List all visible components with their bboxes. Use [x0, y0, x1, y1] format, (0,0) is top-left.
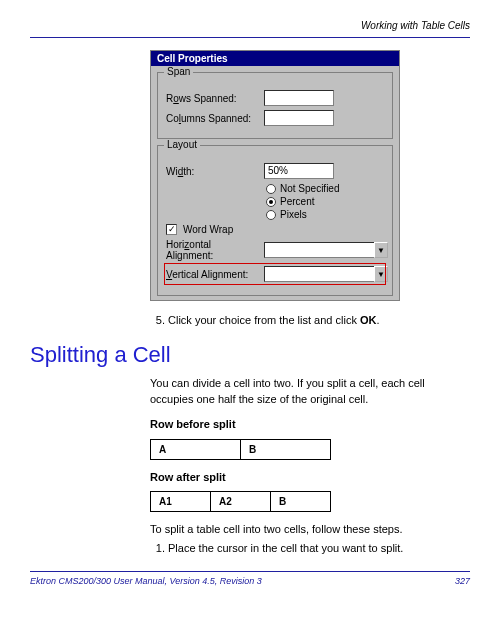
document-page: Working with Table Cells Cell Properties… [0, 0, 500, 601]
cell-properties-dialog: Cell Properties Span Rows Spanned: Colum… [150, 50, 400, 301]
cell-a2: A2 [211, 491, 271, 511]
split-steps: Place the cursor in the cell that you wa… [150, 541, 470, 556]
after-split-table: A1 A2 B [150, 491, 331, 512]
valign-row: Vertical Alignment: ▼ [166, 265, 384, 283]
step-5: Click your choice from the list and clic… [150, 313, 470, 328]
header-divider [30, 37, 470, 38]
span-group-label: Span [164, 66, 193, 77]
splitting-intro: You can divide a cell into two. If you s… [150, 376, 470, 407]
page-footer: Ektron CMS200/300 User Manual, Version 4… [30, 576, 470, 586]
width-unit-radios: Not Specified Percent Pixels [266, 183, 384, 220]
running-header: Working with Table Cells [30, 20, 470, 35]
cols-spanned-input[interactable] [264, 110, 334, 126]
splitting-outro: To split a table cell into two cells, fo… [150, 522, 470, 537]
rows-spanned-row: Rows Spanned: [166, 90, 384, 106]
before-split-table: A B [150, 439, 331, 460]
radio-percent[interactable]: Percent [266, 196, 384, 207]
chevron-down-icon[interactable]: ▼ [374, 266, 388, 282]
dialog-figure: Cell Properties Span Rows Spanned: Colum… [150, 50, 470, 301]
page-number: 327 [455, 576, 470, 586]
list-item: Place the cursor in the cell that you wa… [168, 541, 470, 556]
halign-row: Horizontal Alignment: ▼ [166, 239, 384, 261]
radio-icon [266, 197, 276, 207]
dialog-titlebar: Cell Properties [151, 51, 399, 66]
section-heading: Splitting a Cell [30, 342, 470, 368]
valign-combo[interactable]: ▼ [264, 266, 388, 282]
table-row: A B [151, 439, 331, 459]
wordwrap-row[interactable]: ✓ Word Wrap [166, 224, 384, 235]
span-group: Span Rows Spanned: Columns Spanned: [157, 72, 393, 139]
layout-group: Layout Width: 50% Not Specified Percent … [157, 145, 393, 296]
cols-spanned-label: Columns Spanned: [166, 113, 258, 124]
table-row: A1 A2 B [151, 491, 331, 511]
cell-b: B [241, 439, 331, 459]
after-split-label: Row after split [150, 470, 470, 485]
cols-spanned-row: Columns Spanned: [166, 110, 384, 126]
footer-left: Ektron CMS200/300 User Manual, Version 4… [30, 576, 262, 586]
rows-spanned-input[interactable] [264, 90, 334, 106]
halign-label: Horizontal Alignment: [166, 239, 258, 261]
wordwrap-label: Word Wrap [183, 224, 233, 235]
rows-spanned-label: Rows Spanned: [166, 93, 258, 104]
halign-combo[interactable]: ▼ [264, 242, 388, 258]
cell-a: A [151, 439, 241, 459]
chevron-down-icon[interactable]: ▼ [374, 242, 388, 258]
radio-not-specified[interactable]: Not Specified [266, 183, 384, 194]
list-item: Click your choice from the list and clic… [168, 313, 470, 328]
width-row: Width: 50% [166, 163, 384, 179]
footer-divider [30, 571, 470, 572]
cell-a1: A1 [151, 491, 211, 511]
layout-group-label: Layout [164, 139, 200, 150]
width-label: Width: [166, 166, 258, 177]
radio-icon [266, 210, 276, 220]
cell-b: B [271, 491, 331, 511]
before-split-label: Row before split [150, 417, 470, 432]
width-input[interactable]: 50% [264, 163, 334, 179]
wordwrap-checkbox[interactable]: ✓ [166, 224, 177, 235]
valign-label: Vertical Alignment: [166, 269, 258, 280]
radio-pixels[interactable]: Pixels [266, 209, 384, 220]
radio-icon [266, 184, 276, 194]
